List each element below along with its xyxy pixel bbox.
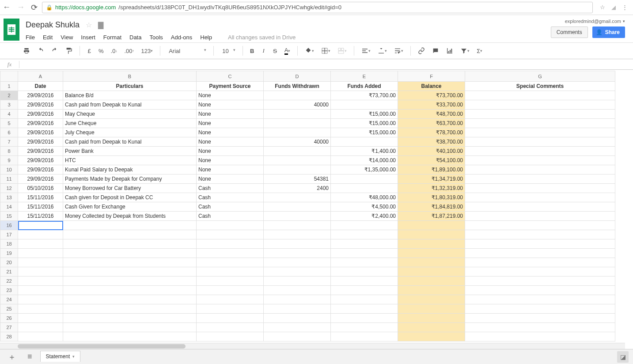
text-color-button[interactable]: A [282,45,293,57]
more-formats-button[interactable]: 123 [138,45,155,57]
undo-icon[interactable] [34,45,47,57]
print-icon[interactable] [20,45,33,57]
menu-add-ons[interactable]: Add-ons [171,34,192,41]
fill-color-button[interactable] [302,45,317,57]
lock-icon: 🔒 [46,4,53,11]
font-size-select[interactable]: 10 [218,46,238,56]
url-path: /spreadsheets/d/138PC0T_DH1wydIvTKq8UR6e… [118,4,341,11]
star-icon[interactable]: ☆ [86,21,92,29]
merge-button[interactable] [335,45,349,57]
svg-rect-4 [11,27,12,33]
menu-data[interactable]: Data [129,34,141,41]
comment-icon[interactable] [429,45,442,57]
comments-button[interactable]: Comments [551,27,588,38]
link-icon[interactable] [415,45,428,57]
menu-view[interactable]: View [61,34,73,41]
h-align-button[interactable] [359,45,373,57]
increase-decimal-button[interactable]: .00↑ [121,45,136,57]
formula-input[interactable] [19,61,633,68]
currency-button[interactable]: £ [84,45,94,57]
share-button[interactable]: 👤 Share [592,27,625,38]
browser-back-icon[interactable]: ← [3,3,11,12]
borders-button[interactable] [318,45,333,57]
browser-reload-icon[interactable]: ⟳ [31,3,38,12]
v-align-button[interactable] [375,45,390,57]
strike-button[interactable]: S [270,45,280,57]
paint-format-icon[interactable] [63,45,75,57]
format-toolbar: £ % .0↓ .00↑ 123 Arial 10 B I S A Σ [0,42,633,59]
menu-help[interactable]: Help [200,34,212,41]
wrap-button[interactable] [391,45,406,57]
fx-label: fx [0,61,19,68]
menu-bar: FileEditViewInsertFormatDataToolsAdd-ons… [26,32,551,42]
chart-icon[interactable] [443,45,456,57]
address-bar[interactable]: 🔒 https://docs.google.com/spreadsheets/d… [42,2,593,13]
redo-icon[interactable] [49,45,61,57]
decrease-decimal-button[interactable]: .0↓ [108,45,120,57]
person-icon: 👤 [596,29,603,35]
menu-edit[interactable]: Edit [43,34,53,41]
folder-icon[interactable]: ▇ [98,21,103,29]
chevron-down-icon: ▾ [623,19,625,23]
menu-format[interactable]: Format [103,34,121,41]
menu-tools[interactable]: Tools [149,34,163,41]
app-header: Deepak Shukla ☆ ▇ FileEditViewInsertForm… [0,15,633,42]
filter-icon[interactable] [458,45,472,57]
doc-title[interactable]: Deepak Shukla [26,20,80,30]
save-status: All changes saved in Drive [228,34,296,41]
url-host: https://docs.google.com [55,4,116,11]
bookmark-star-icon[interactable]: ☆ [600,4,605,11]
sheets-logo-icon[interactable] [4,19,19,41]
browser-toolbar: ← → ⟳ 🔒 https://docs.google.com/spreadsh… [0,0,633,15]
font-select[interactable]: Arial [165,46,209,56]
drive-icon[interactable]: ◢ [611,4,616,11]
browser-forward-icon[interactable]: → [17,3,25,12]
formula-bar: fx [0,59,633,70]
menu-file[interactable]: File [26,34,35,41]
browser-menu-icon[interactable]: ⋮ [622,4,628,11]
bold-button[interactable]: B [247,45,257,57]
menu-insert[interactable]: Insert [81,34,95,41]
user-email[interactable]: exploredmind@gmail.com▾ [565,19,625,24]
functions-icon[interactable]: Σ [474,45,485,57]
italic-button[interactable]: I [259,45,269,57]
percent-button[interactable]: % [96,45,106,57]
